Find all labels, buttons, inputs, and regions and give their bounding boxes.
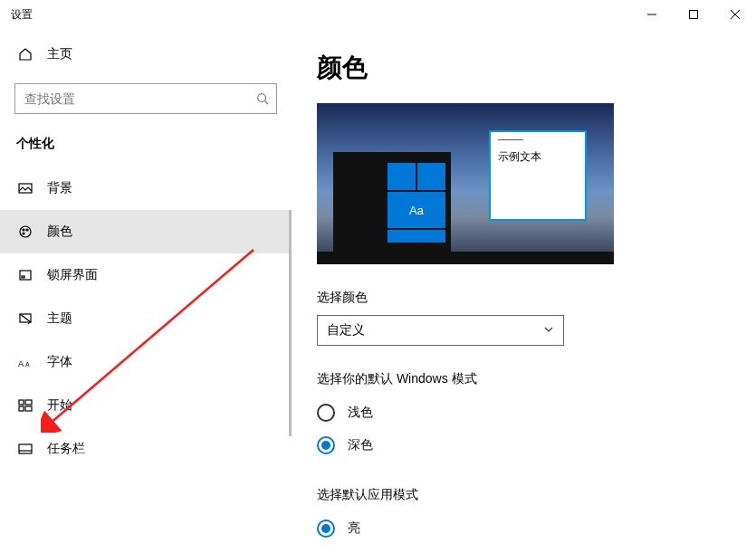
sidebar-item-lockscreen[interactable]: 锁屏界面 [0, 253, 292, 297]
windows-mode-label: 选择你的默认 Windows 模式 [317, 371, 756, 387]
maximize-button[interactable] [673, 0, 714, 29]
preview-sample-text: 示例文本 [498, 149, 578, 165]
select-value: 自定义 [327, 322, 365, 338]
home-label: 主页 [47, 46, 72, 62]
font-icon: AA [18, 356, 33, 368]
preview-tile-aa: Aa [388, 192, 445, 228]
sidebar: 主页 个性化 背景 颜色 [0, 29, 292, 553]
main-panel: 颜色 Aa 示例文本 选择颜色 自定义 选择你的默认 [292, 29, 756, 553]
app-mode-label: 选择默认应用模式 [317, 487, 756, 503]
start-icon [18, 398, 33, 413]
home-icon [18, 47, 33, 62]
theme-icon [18, 311, 33, 326]
taskbar-icon [18, 442, 33, 456]
sidebar-section-label: 个性化 [0, 114, 292, 159]
window-title: 设置 [11, 7, 33, 23]
close-button[interactable] [714, 0, 756, 29]
sidebar-item-start[interactable]: 开始 [0, 384, 292, 427]
title-bar: 设置 [0, 0, 756, 29]
svg-point-8 [23, 229, 24, 231]
palette-icon [18, 224, 33, 239]
preview-start-menu: Aa [333, 152, 451, 252]
svg-point-7 [20, 226, 31, 237]
preview-taskbar [317, 252, 614, 264]
radio-label: 浅色 [348, 405, 373, 421]
search-icon [249, 92, 276, 105]
sidebar-item-label: 颜色 [47, 224, 72, 240]
preview-window: 示例文本 [489, 130, 587, 221]
svg-rect-20 [19, 444, 32, 453]
svg-text:A: A [18, 359, 24, 368]
svg-rect-18 [19, 406, 24, 411]
preview-tile [388, 230, 445, 243]
sidebar-item-colors[interactable]: 颜色 [0, 210, 292, 253]
radio-windows-dark[interactable]: 深色 [317, 429, 756, 462]
sidebar-item-label: 背景 [47, 180, 72, 196]
svg-point-4 [258, 94, 266, 102]
window-controls [631, 0, 756, 29]
sidebar-item-label: 字体 [47, 354, 72, 370]
color-preview: Aa 示例文本 [317, 103, 614, 264]
svg-line-5 [265, 101, 269, 105]
minimize-button[interactable] [631, 0, 673, 29]
svg-rect-6 [19, 184, 32, 193]
chevron-down-icon [543, 323, 554, 338]
radio-app-light[interactable]: 亮 [317, 512, 756, 545]
page-title: 颜色 [317, 51, 756, 85]
preview-tile [417, 163, 445, 190]
svg-rect-17 [25, 400, 32, 405]
sidebar-item-label: 主题 [47, 310, 72, 327]
color-mode-select[interactable]: 自定义 [317, 315, 564, 346]
sidebar-item-themes[interactable]: 主题 [0, 297, 292, 340]
sidebar-scrollbar[interactable] [289, 210, 292, 436]
radio-icon [317, 520, 335, 538]
sidebar-item-label: 锁屏界面 [47, 267, 98, 283]
sidebar-item-background[interactable]: 背景 [0, 167, 292, 210]
radio-label: 深色 [348, 437, 373, 453]
svg-rect-16 [19, 400, 24, 405]
svg-rect-19 [25, 406, 32, 411]
radio-windows-light[interactable]: 浅色 [317, 396, 756, 429]
home-nav[interactable]: 主页 [0, 36, 292, 72]
sidebar-item-label: 开始 [47, 397, 72, 414]
svg-text:A: A [25, 361, 30, 367]
radio-icon [317, 436, 335, 454]
sidebar-item-taskbar[interactable]: 任务栏 [0, 427, 292, 471]
picture-icon [18, 181, 33, 195]
radio-label: 亮 [348, 520, 360, 537]
preview-tile [388, 163, 416, 190]
svg-point-9 [26, 229, 28, 231]
lockscreen-icon [18, 268, 33, 282]
svg-point-10 [23, 233, 24, 234]
svg-rect-12 [22, 276, 24, 278]
sidebar-item-label: 任务栏 [47, 441, 85, 457]
search-box[interactable] [14, 83, 277, 114]
select-color-label: 选择颜色 [317, 290, 756, 306]
sidebar-item-fonts[interactable]: AA 字体 [0, 340, 292, 384]
svg-rect-1 [690, 11, 698, 19]
search-input[interactable] [15, 91, 249, 106]
radio-icon [317, 404, 335, 422]
